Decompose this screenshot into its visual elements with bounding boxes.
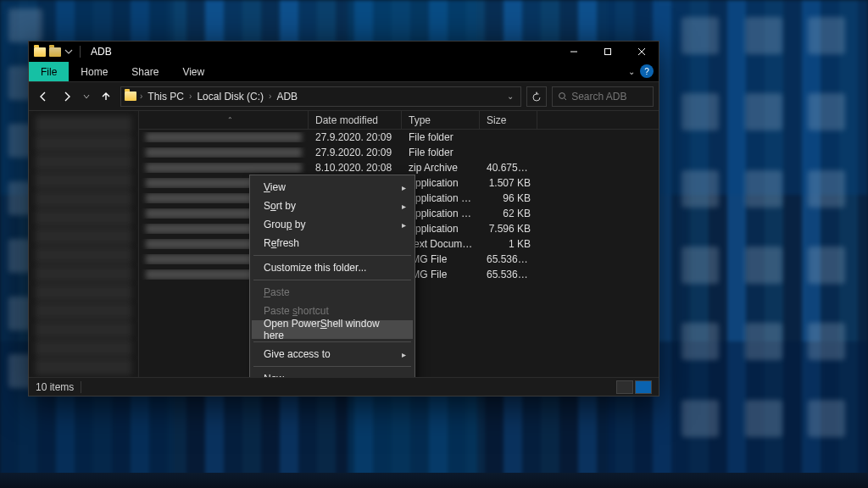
cell-date: 8.10.2020. 20:08: [309, 162, 402, 174]
forward-button[interactable]: [58, 87, 76, 106]
help-icon[interactable]: ?: [640, 64, 654, 78]
cell-size: 65.536 KB: [480, 269, 537, 280]
ribbon-tabs: File Home Share View ⌄ ?: [29, 62, 659, 82]
back-button[interactable]: [34, 87, 53, 106]
navigation-bar: › This PC › Local Disk (C:) › ADB ⌄: [29, 82, 659, 111]
ctx-give-access[interactable]: Give access to▸: [252, 345, 413, 363]
address-bar[interactable]: › This PC › Local Disk (C:) › ADB ⌄: [120, 86, 521, 107]
folder-icon: [49, 47, 61, 57]
cell-size: 1.507 KB: [480, 177, 537, 189]
recent-dropdown-icon[interactable]: [81, 87, 92, 106]
taskbar[interactable]: [0, 473, 868, 488]
navigation-pane[interactable]: [29, 111, 139, 377]
tab-view[interactable]: View: [170, 62, 216, 81]
cell-type: zip Archive: [402, 162, 480, 174]
file-name-blurred: [146, 147, 302, 158]
search-box[interactable]: [552, 86, 654, 107]
ribbon-collapse-icon[interactable]: ⌄: [628, 67, 635, 76]
cell-size: 96 KB: [480, 192, 537, 204]
context-menu: View▸ Sort by▸ Group by▸ Refresh Customi…: [249, 175, 415, 377]
chevron-right-icon[interactable]: ›: [189, 92, 192, 101]
table-row[interactable]: 27.9.2020. 20:09File folder: [139, 130, 659, 145]
tab-file[interactable]: File: [29, 62, 69, 81]
chevron-right-icon[interactable]: ›: [140, 92, 142, 101]
qat-dropdown-icon[interactable]: [64, 47, 73, 56]
file-name-blurred: [146, 132, 302, 142]
tab-share[interactable]: Share: [120, 62, 170, 81]
titlebar[interactable]: ADB: [29, 42, 659, 62]
ctx-new[interactable]: New▸: [252, 369, 413, 377]
view-details-button[interactable]: [616, 380, 633, 394]
svg-rect-1: [605, 49, 611, 55]
chevron-right-icon[interactable]: ›: [269, 92, 271, 101]
status-item-count: 10 items: [36, 381, 74, 393]
column-date[interactable]: Date modified: [309, 111, 402, 129]
column-type[interactable]: Type: [402, 111, 480, 129]
file-name-blurred: [146, 163, 302, 173]
cell-size: 1 KB: [480, 238, 537, 250]
search-icon: [558, 92, 566, 102]
desktop-icons-right: [682, 17, 860, 454]
column-name[interactable]: ⌃: [139, 111, 309, 129]
folder-icon: [125, 92, 136, 101]
address-dropdown-icon[interactable]: ⌄: [504, 92, 517, 101]
ctx-open-powershell[interactable]: Open PowerShell window here: [252, 320, 413, 339]
status-bar: 10 items: [29, 377, 659, 396]
file-list-pane[interactable]: ⌃ Date modified Type Size 27.9.2020. 20:…: [139, 111, 659, 377]
ctx-refresh[interactable]: Refresh: [252, 234, 413, 252]
cell-type: File folder: [402, 147, 480, 158]
cell-size: 7.596 KB: [480, 223, 537, 235]
cell-size: 40.675 KB: [480, 162, 537, 174]
table-row[interactable]: 8.10.2020. 20:08zip Archive40.675 KB: [139, 160, 659, 175]
cell-size: 62 KB: [480, 208, 537, 219]
svg-point-2: [559, 92, 565, 98]
ctx-view[interactable]: View▸: [252, 178, 413, 197]
breadcrumb-drive[interactable]: Local Disk (C:): [195, 91, 265, 103]
refresh-button[interactable]: [526, 86, 547, 107]
breadcrumb-root[interactable]: This PC: [146, 91, 186, 103]
table-row[interactable]: 27.9.2020. 20:09File folder: [139, 145, 659, 160]
minimize-button[interactable]: [557, 42, 591, 62]
cell-date: 27.9.2020. 20:09: [309, 147, 402, 158]
maximize-button[interactable]: [591, 42, 625, 62]
close-button[interactable]: [625, 42, 659, 62]
ctx-paste: Paste: [252, 283, 413, 302]
column-headers[interactable]: ⌃ Date modified Type Size: [139, 111, 659, 130]
breadcrumb-folder[interactable]: ADB: [275, 91, 299, 103]
cell-size: 65.536 KB: [480, 253, 537, 265]
ctx-customize[interactable]: Customize this folder...: [252, 258, 413, 277]
view-large-icons-button[interactable]: [635, 380, 652, 394]
column-size[interactable]: Size: [480, 111, 537, 129]
ctx-group-by[interactable]: Group by▸: [252, 215, 413, 234]
cell-type: File folder: [402, 131, 480, 143]
folder-icon: [34, 47, 46, 57]
svg-line-3: [565, 98, 566, 101]
tab-home[interactable]: Home: [69, 62, 120, 81]
up-button[interactable]: [97, 87, 115, 106]
window-title: ADB: [91, 46, 112, 58]
cell-date: 27.9.2020. 20:09: [309, 131, 402, 143]
explorer-window: ADB File Home Share View ⌄ ? › This PC ›…: [28, 41, 659, 396]
sort-indicator-icon: ⌃: [227, 116, 233, 124]
search-input[interactable]: [571, 91, 648, 103]
ctx-sort-by[interactable]: Sort by▸: [252, 197, 413, 215]
